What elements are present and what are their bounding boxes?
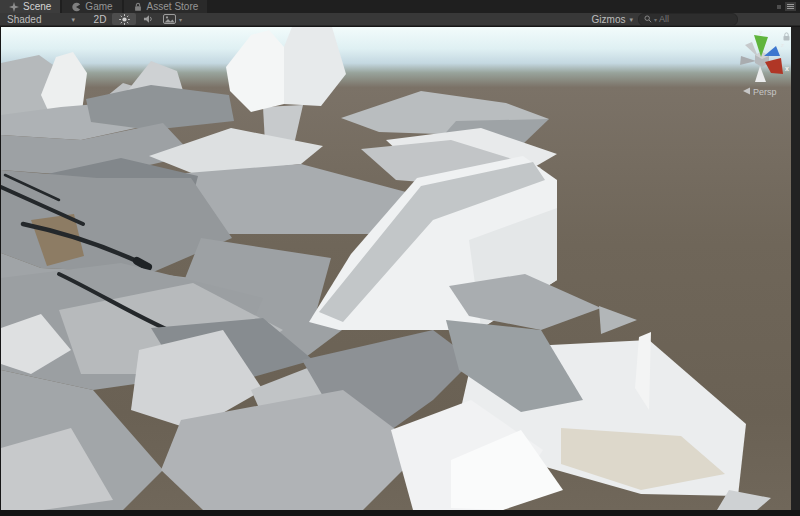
window-edge-right [791, 27, 800, 516]
tab-game[interactable]: Game [62, 0, 121, 13]
axis-y-label: y [759, 29, 762, 35]
draw-mode-label: Shaded [7, 13, 41, 26]
tabbar-right-controls [777, 0, 800, 13]
view-lock-icon[interactable] [784, 33, 790, 41]
tab-label: Game [85, 0, 112, 13]
sun-icon [119, 14, 130, 25]
gizmos-dropdown[interactable]: Gizmos ▾ [587, 13, 638, 26]
axis-z-cone[interactable] [764, 46, 780, 56]
perspective-eye-icon [743, 88, 750, 95]
unity-editor-window: Scene Game Asset Store [0, 0, 800, 516]
search-placeholder: All [659, 14, 669, 24]
axis-x-label: x [785, 65, 789, 72]
scene-view-toolbar: Shaded ▾ 2D [0, 13, 800, 26]
tab-bar: Scene Game Asset Store [0, 0, 800, 13]
scene-effects-toggle[interactable]: ▾ [160, 13, 185, 25]
tab-label: Asset Store [147, 0, 199, 13]
dock-preview-icon [777, 5, 781, 9]
toggle-2d-button[interactable]: 2D [88, 13, 112, 25]
draw-mode-dropdown[interactable]: Shaded ▾ [2, 13, 80, 26]
speaker-icon [143, 14, 154, 24]
projection-label[interactable]: Persp [753, 87, 777, 97]
axis-neg-y-cone[interactable] [755, 66, 766, 82]
scene-render [1, 27, 791, 510]
chevron-down-icon: ▾ [179, 16, 182, 23]
window-menu-icon[interactable] [785, 2, 796, 11]
search-icon [644, 15, 652, 23]
scene-lighting-toggle[interactable] [112, 13, 136, 25]
scene-audio-toggle[interactable] [136, 13, 160, 25]
chevron-down-icon: ▾ [629, 13, 633, 26]
chevron-down-icon: ▾ [654, 16, 657, 23]
game-icon [71, 2, 81, 12]
orientation-gizmo[interactable]: y z x Persp [731, 29, 791, 101]
tab-scene[interactable]: Scene [0, 0, 60, 13]
axis-neg-x-cone[interactable] [740, 56, 756, 65]
chevron-down-icon: ▾ [71, 13, 75, 26]
window-edge-bottom [0, 510, 800, 516]
lock-icon [133, 2, 143, 12]
scene-icon [9, 2, 19, 12]
toggle-2d-label: 2D [94, 14, 107, 25]
axis-z-label: z [781, 42, 784, 48]
tab-label: Scene [23, 0, 51, 13]
image-icon [163, 14, 176, 24]
scene-viewport[interactable]: y z x Persp [1, 27, 791, 510]
tab-asset-store[interactable]: Asset Store [124, 0, 208, 13]
scene-search-field[interactable]: ▾ All [638, 13, 738, 26]
gizmos-label: Gizmos [592, 13, 626, 26]
